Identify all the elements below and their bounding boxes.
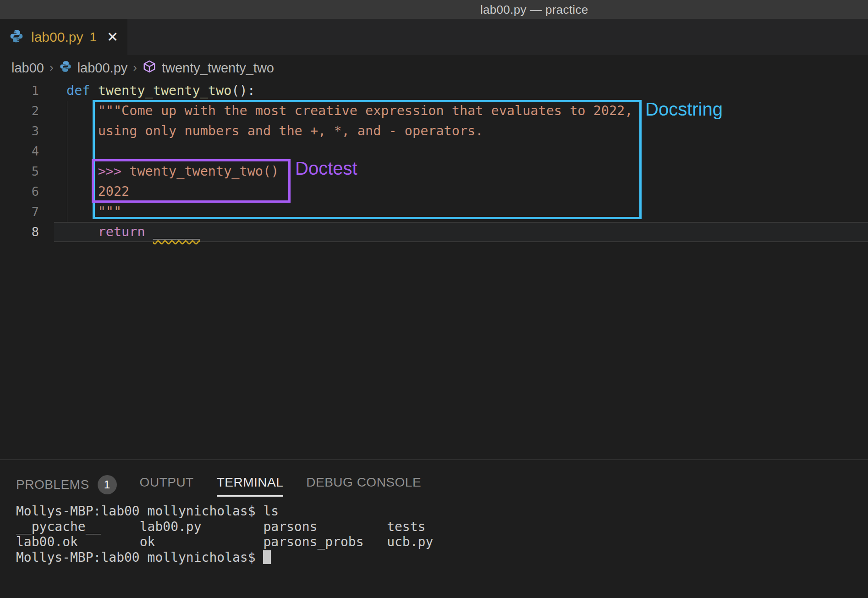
terminal-line: __pycache__ lab00.py parsons tests: [16, 519, 433, 535]
code-line-text: """: [39, 202, 121, 222]
panel-tab-terminal-label: TERMINAL: [217, 475, 284, 490]
python-icon: [9, 29, 24, 45]
code-line-text: return ______: [39, 222, 200, 242]
line-number[interactable]: 5: [0, 161, 39, 182]
problems-count-badge: 1: [98, 475, 117, 494]
line-number[interactable]: 4: [0, 141, 39, 161]
title-bar: lab00.py — practice: [0, 0, 868, 19]
terminal-line: Mollys-MBP:lab00 mollynicholas$: [16, 550, 433, 565]
code-editor[interactable]: 1def twenty_twenty_two():2 """Come up wi…: [0, 81, 868, 460]
chevron-right-icon: ›: [49, 61, 54, 75]
panel-tab-output-label: OUTPUT: [140, 475, 194, 490]
panel-tab-debug-console[interactable]: DEBUG CONSOLE: [306, 475, 421, 495]
panel-tab-output[interactable]: OUTPUT: [140, 475, 194, 495]
tab-lab00[interactable]: lab00.py 1 ✕: [0, 19, 127, 55]
tab-problem-count: 1: [89, 30, 97, 44]
terminal-line: Mollys-MBP:lab00 mollynicholas$ ls: [16, 504, 433, 519]
line-number[interactable]: 2: [0, 101, 39, 121]
line-number[interactable]: 8: [0, 222, 39, 242]
panel-tab-terminal[interactable]: TERMINAL: [217, 475, 284, 497]
breadcrumb: lab00 › lab00.py › twenty_twenty_two: [0, 55, 868, 81]
window-title: lab00.py — practice: [480, 3, 588, 17]
line-number[interactable]: 1: [0, 81, 39, 101]
tab-filename: lab00.py: [31, 29, 83, 45]
code-line[interactable]: 5 >>> twenty_twenty_two(): [0, 161, 868, 182]
code-line[interactable]: 8 return ______: [0, 222, 868, 242]
chevron-right-icon: ›: [133, 61, 137, 75]
panel-tab-bar: PROBLEMS 1 OUTPUT TERMINAL DEBUG CONSOLE: [16, 475, 421, 500]
line-number[interactable]: 7: [0, 202, 39, 222]
panel-tab-debug-console-label: DEBUG CONSOLE: [306, 475, 421, 490]
close-icon[interactable]: ✕: [107, 29, 118, 45]
code-line-text: >>> twenty_twenty_two(): [39, 161, 279, 182]
line-number[interactable]: 3: [0, 121, 39, 141]
code-lines-container: 1def twenty_twenty_two():2 """Come up wi…: [0, 81, 868, 242]
code-line[interactable]: 1def twenty_twenty_two():: [0, 81, 868, 101]
breadcrumb-folder[interactable]: lab00: [11, 61, 44, 76]
namespace-cube-icon: [143, 60, 156, 77]
code-line[interactable]: 3 using only numbers and the +, *, and -…: [0, 121, 868, 141]
terminal-line: lab00.ok ok parsons_probs ucb.py: [16, 534, 433, 550]
code-line-text: using only numbers and the +, *, and - o…: [39, 121, 483, 141]
panel-divider: [0, 460, 868, 460]
breadcrumb-file[interactable]: lab00.py: [77, 61, 128, 76]
code-line[interactable]: 2 """Come up with the most creative expr…: [0, 101, 868, 121]
terminal-cursor: [263, 550, 271, 564]
code-line[interactable]: 6 2022: [0, 182, 868, 202]
code-line[interactable]: 7 """: [0, 202, 868, 222]
breadcrumb-symbol[interactable]: twenty_twenty_two: [162, 61, 274, 76]
breadcrumb-python-icon: [59, 60, 72, 76]
code-line[interactable]: 4: [0, 141, 868, 161]
tab-bar: lab00.py 1 ✕: [0, 19, 868, 55]
code-line-text: def twenty_twenty_two():: [39, 81, 255, 101]
terminal-output[interactable]: Mollys-MBP:lab00 mollynicholas$ ls__pyca…: [16, 504, 433, 565]
code-line-text: 2022: [39, 182, 129, 202]
code-line-text: """Come up with the most creative expres…: [39, 101, 632, 121]
panel-tab-problems-label: PROBLEMS: [16, 477, 89, 492]
panel-tab-problems[interactable]: PROBLEMS 1: [16, 475, 117, 500]
line-number[interactable]: 6: [0, 182, 39, 202]
code-line-text: [39, 141, 66, 161]
